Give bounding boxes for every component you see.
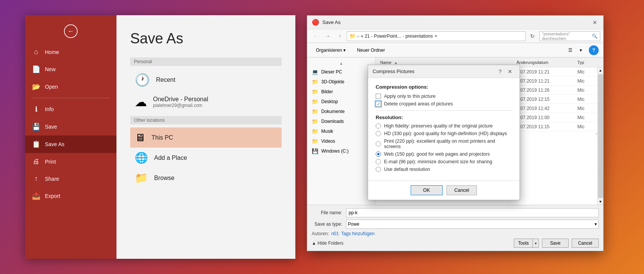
address-dropdown-icon[interactable]: ▾ (435, 34, 437, 38)
tree-item-windows[interactable]: 💾 Windows (C:) (307, 146, 375, 156)
scroll-up-indicator[interactable]: ▲ (307, 60, 375, 67)
tools-dropdown-icon[interactable]: ▾ (533, 240, 539, 247)
file-date-1: 8.07.2019 11:21 (516, 78, 577, 84)
resolution-print[interactable]: Print (220 ppi): excellent quality on mo… (376, 139, 512, 149)
cancel-button[interactable]: Cancel (572, 239, 599, 248)
filetype-select[interactable]: Powe ▾ (346, 220, 599, 229)
backstage-sidebar: ← ⌂ Home 📄 New 📂 Open ℹ Info 💾 Save (25, 15, 116, 259)
file-date-0: 8.07.2019 11:21 (516, 69, 577, 75)
back-button[interactable]: ← (25, 19, 116, 43)
radio-default[interactable] (376, 167, 381, 172)
compress-help-button[interactable]: ? (495, 67, 505, 76)
browse-icon: 📁 (135, 172, 148, 184)
file-type-5: Mic (577, 115, 600, 120)
sidebar-item-home[interactable]: ⌂ Home (25, 43, 116, 61)
resolution-high[interactable]: High fidelity: preserves quality of the … (376, 123, 512, 129)
sidebar-item-saveas[interactable]: 📋 Save As (25, 135, 116, 153)
radio-web[interactable] (376, 151, 381, 157)
col-date-header[interactable]: Änderungsdatum (516, 60, 577, 65)
tree-item-desktop[interactable]: 📁 Desktop (307, 97, 375, 107)
sidebar-item-info[interactable]: ℹ Info (25, 100, 116, 118)
tree-item-3d[interactable]: 📁 3D-Objekte (307, 77, 375, 87)
addplace-location[interactable]: 🌐 Add a Place (130, 148, 282, 168)
desktop-icon: 📁 (312, 99, 318, 105)
expand-arrow: › (596, 131, 597, 136)
compress-body: Compression options: Apply only to this … (368, 78, 520, 180)
sidebar-item-share[interactable]: ↑ Share (25, 170, 116, 187)
sidebar-item-new[interactable]: 📄 New (25, 61, 116, 78)
tree-item-desktop-label: Desktop (321, 99, 338, 104)
resolution-web[interactable]: Web (150 ppi): good for web pages and pr… (376, 151, 512, 157)
tree-item-bilder-label: Bilder (321, 89, 333, 94)
sidebar-item-open[interactable]: 📂 Open (25, 78, 116, 96)
thispc-location[interactable]: 🖥 This PC (130, 127, 282, 148)
author-value[interactable]: n01 (331, 231, 339, 236)
tree-item-dokumente[interactable]: 📁 Dokumente (307, 107, 375, 116)
compress-close-button[interactable]: ✕ (505, 67, 515, 76)
tree-item-videos[interactable]: 📁 Videos (307, 136, 375, 146)
sidebar-item-print[interactable]: 🖨 Print (25, 153, 116, 170)
file-type-0: Mic (577, 69, 600, 75)
resolution-default[interactable]: Use default resolution (376, 167, 512, 172)
open-icon: 📂 (32, 83, 40, 91)
recent-location[interactable]: 🕐 Recent (130, 69, 282, 91)
resolution-email[interactable]: E-mail (96 ppi): minimize document size … (376, 159, 512, 164)
apply-only-checkbox[interactable] (376, 94, 381, 99)
recent-label: Recent (156, 76, 175, 83)
view-list-button[interactable]: ☰ (565, 45, 575, 55)
search-input[interactable]: "presentations" durchsuchen (542, 32, 590, 41)
nav-forward-button[interactable]: → (322, 31, 333, 41)
scroll-up-btn[interactable]: ▲ (599, 67, 602, 73)
sidebar-item-open-label: Open (45, 84, 58, 90)
address-refresh-button[interactable]: ↻ (527, 31, 538, 41)
filename-input[interactable] (346, 208, 599, 217)
delete-cropped-label: Delete cropped areas of pictures (384, 101, 453, 107)
radio-high[interactable] (376, 123, 381, 129)
other-section-label: Other locations (130, 116, 282, 124)
scrollbar[interactable]: ▲ ▼ (597, 67, 603, 205)
back-circle-icon[interactable]: ← (64, 24, 78, 38)
file-type-6: Mic (577, 124, 600, 129)
col-name-header[interactable]: Name ▲ (379, 60, 516, 65)
scroll-down-btn[interactable]: ▼ (599, 199, 602, 205)
compress-ok-button[interactable]: OK (411, 185, 443, 195)
tag-link[interactable]: Tags hinzufügen (341, 231, 374, 236)
help-button[interactable]: ? (589, 45, 599, 55)
tree-item-downloads[interactable]: 📁 Downloads (307, 116, 375, 126)
hide-folders-button[interactable]: ▲ Hide Folders (312, 241, 343, 246)
resolution-hd-label: HD (330 ppi): good quality for high-defi… (384, 131, 507, 136)
file-dialog-container: 🔴 Save As ✕ ← → ↑ 📁 « « 21 - PowerPoint.… (307, 15, 604, 259)
nav-up-button[interactable]: ↑ (335, 31, 345, 41)
dialog-close-button[interactable]: ✕ (590, 17, 600, 28)
sidebar-item-save-label: Save (45, 124, 57, 130)
delete-cropped-option[interactable]: Delete cropped areas of pictures (376, 101, 512, 107)
tools-button[interactable]: Tools ▾ (514, 239, 539, 248)
resolution-hd[interactable]: HD (330 ppi): good quality for high-defi… (376, 131, 512, 136)
view-dropdown-button[interactable]: ▾ (576, 45, 586, 55)
tree-item-musik[interactable]: 📁 Musik (307, 126, 375, 136)
apply-only-option[interactable]: Apply only to this picture (376, 94, 512, 99)
radio-hd[interactable] (376, 131, 381, 136)
organize-button[interactable]: Organisieren ▾ (312, 45, 350, 55)
delete-cropped-checkbox[interactable] (376, 101, 381, 107)
save-button[interactable]: Save (542, 239, 568, 248)
tree-item-downloads-label: Downloads (321, 119, 344, 124)
sidebar-item-save[interactable]: 💾 Save (25, 118, 116, 135)
nav-back-button[interactable]: ← (310, 31, 321, 41)
radio-email[interactable] (376, 159, 381, 164)
scroll-thumb[interactable] (598, 74, 603, 198)
new-folder-button[interactable]: Neuer Ordner (353, 45, 389, 55)
tree-item-bilder[interactable]: 📁 Bilder (307, 87, 375, 97)
radio-print[interactable] (376, 141, 381, 147)
sidebar-item-export[interactable]: 📤 Export (25, 187, 116, 205)
browse-location[interactable]: 📁 Browse (130, 168, 282, 188)
compress-footer: OK Cancel (368, 180, 520, 200)
sidebar-item-print-label: Print (45, 159, 56, 165)
compress-cancel-button[interactable]: Cancel (446, 185, 477, 195)
onedrive-icon: ☁ (135, 95, 147, 109)
tree-item-dieser-pc[interactable]: 💻 Dieser PC (307, 67, 375, 77)
onedrive-location[interactable]: ☁ OneDrive - Personal pialehner29@gmail.… (130, 91, 282, 113)
col-type-header[interactable]: Typ (577, 60, 600, 65)
address-bar[interactable]: 📁 « « 21 - PowerPoint... › presentations… (347, 31, 526, 41)
search-bar[interactable]: "presentations" durchsuchen 🔍 (539, 31, 600, 41)
